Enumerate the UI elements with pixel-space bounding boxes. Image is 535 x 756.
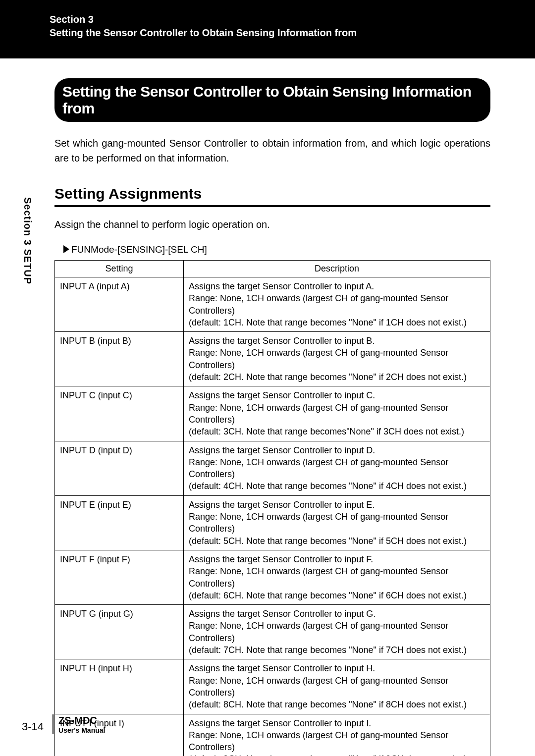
side-tab-text: Section 3 SETUP (22, 197, 33, 284)
description-cell: Assigns the target Sensor Controller to … (184, 386, 490, 441)
table-header-setting: Setting (55, 261, 184, 277)
description-cell: Assigns the target Sensor Controller to … (184, 277, 490, 332)
setting-cell: INPUT B (input B) (55, 332, 184, 386)
header-section-title: Setting the Sensor Controller to Obtain … (50, 27, 535, 39)
table-row: INPUT E (input E)Assigns the target Sens… (55, 495, 490, 550)
assign-description: Assign the channel to perform logic oper… (54, 219, 490, 230)
setting-cell: INPUT G (input G) (55, 605, 184, 659)
table-row: INPUT D (input D)Assigns the target Sens… (55, 441, 490, 495)
table-row: INPUT A (input A)Assigns the target Sens… (55, 277, 490, 332)
footer: 3-14 ZS-MDC User's Manual (22, 714, 105, 734)
setting-cell: INPUT F (input F) (55, 550, 184, 604)
description-cell: Assigns the target Sensor Controller to … (184, 550, 490, 604)
side-tab: Section 3 SETUP (22, 197, 33, 284)
table-row: INPUT H (input H)Assigns the target Sens… (55, 659, 490, 714)
table-row: INPUT I (input I)Assigns the target Sens… (55, 714, 490, 756)
description-cell: Assigns the target Sensor Controller to … (184, 714, 490, 756)
description-cell: Assigns the target Sensor Controller to … (184, 441, 490, 495)
footer-manual: User's Manual (58, 726, 105, 734)
description-cell: Assigns the target Sensor Controller to … (184, 659, 490, 714)
intro-paragraph: Set which gang-mounted Sensor Controller… (54, 136, 490, 165)
setting-cell: INPUT A (input A) (55, 277, 184, 332)
header-bar: Section 3 Setting the Sensor Controller … (0, 0, 535, 58)
funmode-path: FUNMode-[SENSING]-[SEL CH] (63, 244, 490, 255)
table-row: INPUT F (input F)Assigns the target Sens… (55, 550, 490, 604)
page-number: 3-14 (22, 720, 44, 734)
funmode-text: FUNMode-[SENSING]-[SEL CH] (71, 244, 207, 255)
table-header-description: Description (184, 261, 490, 277)
header-section-number: Section 3 (50, 14, 535, 25)
settings-table: Setting Description INPUT A (input A)Ass… (54, 260, 490, 756)
footer-text: ZS-MDC User's Manual (58, 715, 105, 734)
content-area: Setting the Sensor Controller to Obtain … (0, 58, 535, 756)
description-cell: Assigns the target Sensor Controller to … (184, 495, 490, 550)
setting-cell: INPUT H (input H) (55, 659, 184, 714)
setting-cell: INPUT C (input C) (55, 386, 184, 441)
table-row: INPUT B (input B)Assigns the target Sens… (55, 332, 490, 386)
subheading-setting-assignments: Setting Assignments (54, 185, 490, 207)
setting-cell: INPUT D (input D) (55, 441, 184, 495)
description-cell: Assigns the target Sensor Controller to … (184, 332, 490, 386)
page-title-pill: Setting the Sensor Controller to Obtain … (54, 78, 490, 122)
table-row: INPUT G (input G)Assigns the target Sens… (55, 605, 490, 659)
footer-model: ZS-MDC (58, 715, 105, 726)
description-cell: Assigns the target Sensor Controller to … (184, 605, 490, 659)
footer-divider (53, 714, 54, 734)
setting-cell: INPUT E (input E) (55, 495, 184, 550)
triangle-right-icon (63, 245, 69, 253)
table-row: INPUT C (input C)Assigns the target Sens… (55, 386, 490, 441)
